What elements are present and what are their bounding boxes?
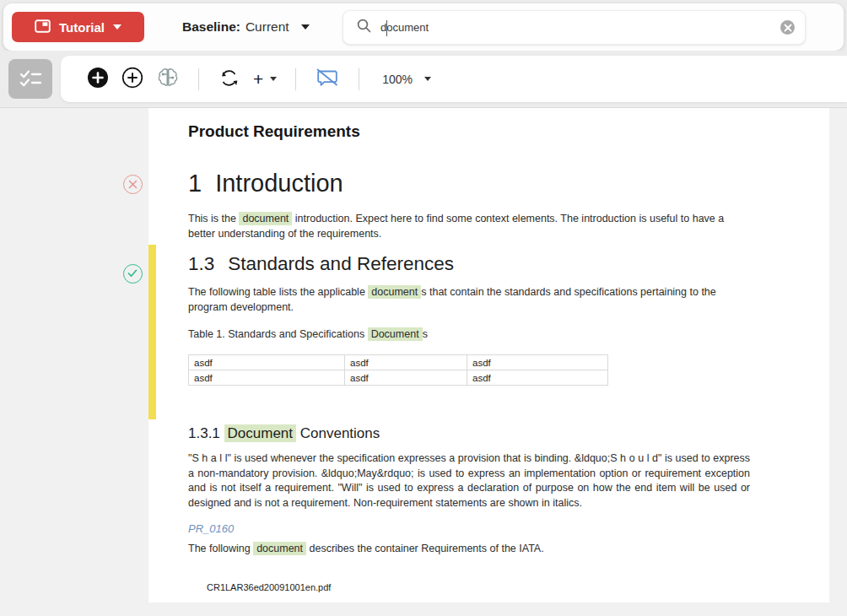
plus-icon: + [253,71,263,88]
search-input[interactable] [380,21,780,34]
text-segment: 1.3.1 [188,425,224,441]
text-segment: This is the [188,213,239,224]
recycle-icon [218,67,240,92]
tutorial-menu-button[interactable]: Tutorial [12,12,144,42]
accept-change-button[interactable] [123,264,143,284]
checklist-icon [18,68,43,90]
document-viewport: Product Requirements 1Introduction This … [0,108,847,616]
baseline-label: Baseline: [182,19,240,35]
zoom-level-value: 100% [382,73,413,86]
comment-slash-icon [315,67,340,92]
text-segment: Conventions [296,425,380,441]
recycle-requirements-button[interactable] [215,64,243,95]
hide-comments-button[interactable] [312,64,343,95]
table-row: asdfasdfasdf [189,370,608,386]
insert-dropdown-button[interactable]: + [251,68,279,90]
heading-text: Introduction [215,170,343,197]
chevron-down-icon [270,77,277,81]
text-segment: Table 1. Standards and Specifications [188,328,368,340]
plus-circle-filled-icon [87,67,109,91]
heading-document-conventions: 1.3.1 Document Conventions [188,425,380,442]
toolbar-panel: + 100% [61,56,847,102]
change-indicator-bar [148,245,156,419]
chevron-down-icon [424,77,431,81]
brain-icon [156,67,180,91]
search-field[interactable] [343,10,806,45]
text-caret [386,20,387,36]
tutorial-label: Tutorial [59,20,105,35]
search-icon [357,19,371,36]
table-cell: asdf [467,370,608,386]
paragraph-introduction: This is the document introduction. Expec… [188,212,750,241]
text-segment: s [423,328,428,340]
baseline-selector[interactable]: Baseline: Current [182,3,310,51]
heading-number: 1 [188,170,202,197]
requirement-id-link[interactable]: PR_0160 [188,522,234,535]
heading-standards-references: 1.3Standards and References [188,253,454,275]
reject-change-button[interactable] [123,175,143,194]
highlighted-search-match: document [253,542,306,555]
top-bar: Tutorial Baseline: Current [3,3,844,51]
baseline-value: Current [245,19,289,35]
highlighted-search-match: document [368,285,421,299]
table-cell: asdf [189,355,345,370]
heading-number: 1.3 [188,253,214,274]
heading-introduction: 1Introduction [188,170,343,197]
paragraph-conventions: "S h a l l" is used whenever the specifi… [188,451,750,511]
chevron-down-icon [301,24,310,30]
clear-search-button[interactable] [780,20,795,35]
highlighted-search-match: Document [368,327,423,341]
table-cell: asdf [345,355,467,370]
ai-assist-button[interactable] [154,64,182,94]
highlighted-search-match: Document [224,424,296,442]
heading-text: Standards and References [228,253,454,274]
plus-circle-outline-icon [121,67,143,91]
toolbar-divider [359,68,359,90]
table-cell: asdf [189,370,345,386]
source-filename: CR1LAR36ed20091001en.pdf [207,582,331,592]
text-segment: describes the container Requirements of … [306,543,544,554]
document-title: Product Requirements [188,122,360,141]
text-segment: The following [188,543,253,554]
paragraph-iata: The following document describes the con… [188,542,750,557]
highlighted-search-match: document [239,212,292,225]
table-cell: asdf [467,355,608,370]
table-cell: asdf [345,370,467,386]
table-row: asdfasdfasdf [189,355,608,370]
chevron-down-icon [113,24,121,30]
review-checklist-toggle-button[interactable] [8,59,52,99]
toolbar-row: + 100% [0,51,847,107]
text-segment: The following table lists the applicable [188,286,368,298]
toolbar-divider [198,68,199,90]
window-icon [35,19,51,35]
zoom-level-selector[interactable]: 100% [382,73,431,86]
document-page: Product Requirements 1Introduction This … [148,108,829,602]
table-caption: Table 1. Standards and Specifications Do… [188,327,750,343]
standards-table: asdfasdfasdfasdfasdfasdf [188,354,608,386]
paragraph-standards: The following table lists the applicable… [188,285,750,315]
toolbar-divider [295,68,296,90]
add-item-button[interactable] [119,64,146,94]
add-requirement-button[interactable] [84,64,111,94]
